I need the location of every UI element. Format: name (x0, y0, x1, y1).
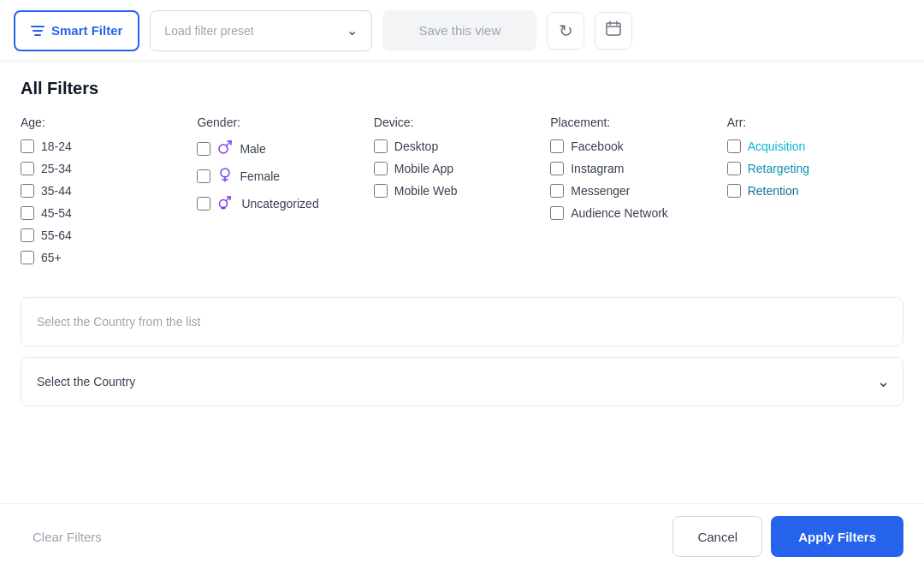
placement-audience-network[interactable]: Audience Network (550, 206, 716, 220)
gender-male-checkbox[interactable] (197, 142, 210, 156)
calendar-icon (605, 20, 622, 41)
load-preset-dropdown[interactable]: Load filter preset ⌄ (150, 10, 372, 51)
age-45-54[interactable]: 45-54 (21, 206, 187, 220)
svg-point-8 (221, 169, 229, 177)
gender-label: Gender: (197, 116, 363, 129)
placement-filter-col: Placement: Facebook Instagram Messenger … (550, 116, 726, 273)
age-25-34[interactable]: 25-34 (21, 162, 187, 175)
placement-label: Placement: (550, 116, 716, 129)
placement-audience-network-text: Audience Network (571, 206, 668, 220)
placement-facebook-text: Facebook (571, 139, 623, 153)
gender-female-text: Female (240, 169, 280, 183)
placement-messenger-checkbox[interactable] (550, 184, 564, 198)
gender-filter-col: Gender: Male (197, 116, 373, 273)
age-18-24[interactable]: 18-24 (21, 139, 187, 153)
clear-filters-button[interactable]: Clear Filters (21, 521, 114, 553)
age-35-44-text: 35-44 (41, 184, 72, 198)
device-desktop-text: Desktop (394, 139, 438, 153)
page-title: All Filters (21, 79, 903, 98)
gender-male[interactable]: Male (197, 139, 363, 158)
main-content: All Filters Age: 18-24 25-34 35-44 45-54 (0, 62, 924, 437)
arr-retargeting-checkbox[interactable] (727, 162, 741, 175)
age-25-34-text: 25-34 (41, 162, 72, 175)
age-25-34-checkbox[interactable] (21, 162, 34, 175)
country-section: Select the Country ⌄ (21, 297, 903, 406)
device-filter-col: Device: Desktop Mobile App Mobile Web (374, 116, 550, 273)
device-mobile-app-checkbox[interactable] (374, 162, 388, 175)
gender-uncategorized-text: Uncategorized (241, 197, 318, 210)
arr-label: Arr: (727, 116, 893, 129)
placement-audience-network-checkbox[interactable] (550, 206, 564, 220)
country-select-wrapper: Select the Country ⌄ (21, 357, 903, 406)
calendar-button[interactable] (595, 12, 632, 50)
chevron-down-icon: ⌄ (346, 22, 358, 39)
device-desktop[interactable]: Desktop (374, 139, 540, 153)
load-preset-placeholder: Load filter preset (164, 24, 253, 38)
gender-female-checkbox[interactable] (197, 169, 210, 183)
gender-uncategorized[interactable]: Uncategorized (197, 194, 363, 213)
gender-male-text: Male (240, 142, 265, 156)
device-mobile-web-checkbox[interactable] (374, 184, 388, 198)
gender-female[interactable]: Female (197, 167, 363, 186)
age-18-24-checkbox[interactable] (21, 139, 34, 153)
footer-right: Cancel Apply Filters (672, 516, 903, 557)
device-label: Device: (374, 116, 540, 129)
age-55-64[interactable]: 55-64 (21, 228, 187, 242)
country-text-input[interactable] (21, 297, 903, 347)
uncategorized-gender-icon (217, 194, 234, 213)
filter-grid: Age: 18-24 25-34 35-44 45-54 55-64 (21, 116, 903, 273)
arr-acquisition-text: Acquisition (748, 139, 806, 153)
placement-facebook[interactable]: Facebook (550, 139, 716, 153)
age-18-24-text: 18-24 (41, 139, 72, 153)
age-filter-col: Age: 18-24 25-34 35-44 45-54 55-64 (21, 116, 197, 273)
female-icon (217, 167, 233, 186)
device-mobile-app[interactable]: Mobile App (374, 162, 540, 175)
age-35-44-checkbox[interactable] (21, 184, 34, 198)
device-desktop-checkbox[interactable] (374, 139, 388, 153)
gender-uncategorized-checkbox[interactable] (197, 197, 210, 210)
placement-messenger[interactable]: Messenger (550, 184, 716, 198)
smart-filter-label: Smart Filter (51, 23, 122, 38)
device-mobile-app-text: Mobile App (394, 162, 453, 175)
device-mobile-web-text: Mobile Web (394, 184, 458, 198)
footer-bar: Clear Filters Cancel Apply Filters (0, 503, 924, 569)
device-mobile-web[interactable]: Mobile Web (374, 184, 540, 198)
age-65plus-text: 65+ (41, 251, 62, 264)
age-65plus[interactable]: 65+ (21, 251, 187, 264)
age-label: Age: (21, 116, 187, 129)
arr-retargeting-text: Retargeting (748, 162, 809, 175)
placement-instagram[interactable]: Instagram (550, 162, 716, 175)
age-55-64-checkbox[interactable] (21, 228, 34, 242)
placement-facebook-checkbox[interactable] (550, 139, 564, 153)
save-view-button[interactable]: Save this view (382, 10, 536, 51)
age-45-54-text: 45-54 (41, 206, 72, 220)
arr-filter-col: Arr: Acquisition Retargeting Retention (727, 116, 903, 273)
cancel-button[interactable]: Cancel (672, 516, 762, 557)
age-35-44[interactable]: 35-44 (21, 184, 187, 198)
apply-filters-button[interactable]: Apply Filters (771, 516, 903, 557)
smart-filter-button[interactable]: Smart Filter (14, 10, 139, 51)
svg-rect-0 (607, 23, 620, 35)
age-45-54-checkbox[interactable] (21, 206, 34, 220)
placement-messenger-text: Messenger (571, 184, 630, 198)
arr-retention[interactable]: Retention (727, 184, 893, 198)
arr-acquisition[interactable]: Acquisition (727, 139, 893, 153)
toolbar: Smart Filter Load filter preset ⌄ Save t… (0, 0, 924, 62)
country-select[interactable]: Select the Country (21, 357, 903, 406)
filter-icon (31, 26, 44, 36)
male-icon (217, 139, 233, 158)
refresh-icon: ↻ (559, 21, 573, 41)
arr-retention-text: Retention (748, 184, 799, 198)
placement-instagram-checkbox[interactable] (550, 162, 564, 175)
age-65plus-checkbox[interactable] (21, 251, 34, 264)
age-55-64-text: 55-64 (41, 228, 72, 242)
arr-retention-checkbox[interactable] (727, 184, 741, 198)
arr-retargeting[interactable]: Retargeting (727, 162, 893, 175)
placement-instagram-text: Instagram (571, 162, 624, 175)
arr-acquisition-checkbox[interactable] (727, 139, 741, 153)
refresh-button[interactable]: ↻ (547, 12, 584, 50)
